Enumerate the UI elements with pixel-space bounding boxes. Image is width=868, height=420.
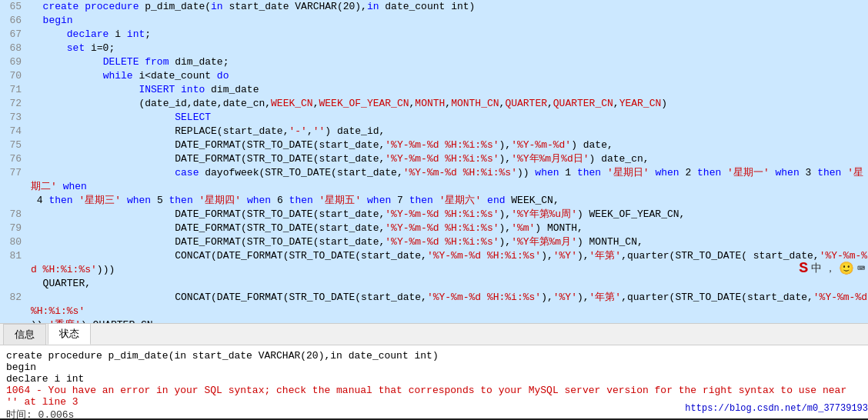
table-row: 81 CONCAT(DATE_FORMAT(STR_TO_DATE(start_… [0,249,868,291]
output-tabs: 信息 状态 [0,323,868,345]
line-number: 72 [0,97,28,111]
line-content: REPLACE(start_date,'-','') date_id, [28,125,868,138]
line-content: declare i int; [28,28,868,42]
line-content: case dayofweek(STR_TO_DATE(start_date,'%… [28,166,868,208]
line-number: 76 [0,152,28,166]
line-number: 78 [0,208,28,222]
table-row: 73 SELECT [0,111,868,125]
line-content: DATE_FORMAT(STR_TO_DATE(start_date,'%Y-%… [28,152,868,166]
line-number: 80 [0,235,28,249]
line-content: begin [28,14,868,28]
table-row: 75 DATE_FORMAT(STR_TO_DATE(start_date,'%… [0,138,868,152]
table-row: 79 DATE_FORMAT(STR_TO_DATE(start_date,'%… [0,222,868,235]
line-number: 82 [0,291,28,323]
line-number: 69 [0,55,28,69]
line-content: DATE_FORMAT(STR_TO_DATE(start_date,'%Y-%… [28,222,868,235]
table-row: 67 declare i int; [0,28,868,42]
tab-status[interactable]: 状态 [48,323,91,345]
table-row: 80 DATE_FORMAT(STR_TO_DATE(start_date,'%… [0,235,868,249]
line-number: 65 [0,0,28,14]
ime-dot: ， [825,262,836,275]
table-row: 76 DATE_FORMAT(STR_TO_DATE(start_date,'%… [0,152,868,166]
sougou-logo: S [799,259,808,277]
output-line1: create procedure p_dim_date(in start_dat… [6,350,862,362]
table-row: 70 while i<date_count do [0,69,868,83]
table-row: 65 create procedure p_dim_date(in start_… [0,0,868,14]
line-number: 74 [0,125,28,138]
line-content: DELETE from dim_date; [28,55,868,69]
table-row: 71 INSERT into dim_date [0,83,868,97]
line-number: 66 [0,14,28,28]
line-content: (date_id,date,date_cn,WEEK_CN,WEEK_OF_YE… [28,97,868,111]
line-content: CONCAT(DATE_FORMAT(STR_TO_DATE(start_dat… [28,249,868,291]
line-content: INSERT into dim_date [28,83,868,97]
line-content: set i=0; [28,42,868,55]
line-number: 77 [0,166,28,208]
table-row: 69 DELETE from dim_date; [0,55,868,69]
line-content: DATE_FORMAT(STR_TO_DATE(start_date,'%Y-%… [28,208,868,222]
table-row: 66 begin [0,14,868,28]
line-number: 79 [0,222,28,235]
tab-info[interactable]: 信息 [3,324,46,345]
output-line2: begin [6,362,862,373]
line-number: 68 [0,42,28,55]
line-number: 67 [0,28,28,42]
table-row: 72 (date_id,date,date_cn,WEEK_CN,WEEK_OF… [0,97,868,111]
line-number: 70 [0,69,28,83]
table-row: 68 set i=0; [0,42,868,55]
ime-more: ⌨ [857,261,865,276]
line-number: 73 [0,111,28,125]
output-line3: declare i int [6,373,862,385]
table-row: 78 DATE_FORMAT(STR_TO_DATE(start_date,'%… [0,208,868,222]
line-number: 81 [0,249,28,291]
output-panel: create procedure p_dim_date(in start_dat… [0,345,868,418]
line-content: SELECT [28,111,868,125]
line-content: create procedure p_dim_date(in start_dat… [28,0,868,14]
code-lines: 65 create procedure p_dim_date(in start_… [0,0,868,323]
table-row: 77 case dayofweek(STR_TO_DATE(start_date… [0,166,868,208]
ime-emoji: 🙂 [839,261,854,276]
line-number: 75 [0,138,28,152]
line-content: CONCAT(DATE_FORMAT(STR_TO_DATE(start_dat… [28,291,868,323]
table-row: 74 REPLACE(start_date,'-','') date_id, [0,125,868,138]
line-number: 71 [0,83,28,97]
table-row: 82 CONCAT(DATE_FORMAT(STR_TO_DATE(start_… [0,291,868,323]
ime-toolbar: S 中 ， 🙂 ⌨ [799,259,865,277]
blog-link[interactable]: https://blog.csdn.net/m0_37739193 [685,403,868,414]
code-editor: 65 create procedure p_dim_date(in start_… [0,0,868,323]
line-content: DATE_FORMAT(STR_TO_DATE(start_date,'%Y-%… [28,235,868,249]
ime-chinese: 中 [811,262,822,275]
line-content: DATE_FORMAT(STR_TO_DATE(start_date,'%Y-%… [28,138,868,152]
line-content: while i<date_count do [28,69,868,83]
